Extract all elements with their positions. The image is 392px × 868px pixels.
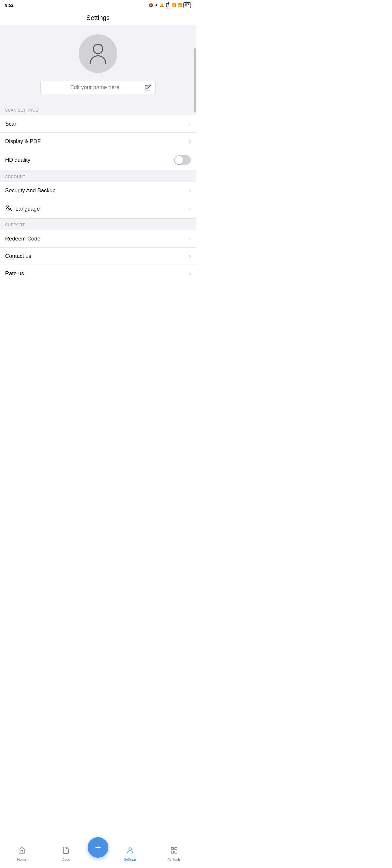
status-time: 9:52 [5, 3, 13, 8]
rate-us-label: Rate us [5, 270, 24, 277]
profile-section [0, 25, 196, 104]
sound-icon: 🔔 [159, 3, 164, 7]
settings-item-contact-us[interactable]: Contact us › [0, 248, 196, 265]
avatar-head [93, 44, 103, 54]
signal-icon: 📶 [177, 3, 182, 7]
scan-label: Scan [5, 121, 18, 127]
settings-item-language[interactable]: Language › [0, 199, 196, 219]
wifi-icon: 📶 [171, 3, 176, 7]
contact-us-item-left: Contact us [5, 253, 31, 259]
settings-item-security-backup[interactable]: Security And Backup › [0, 182, 196, 199]
settings-item-rate-us[interactable]: Rate us › [0, 265, 196, 282]
scan-chevron: › [189, 121, 191, 127]
name-input-container[interactable] [40, 81, 156, 94]
content-wrapper: SCAN SETTINGS Scan › Display & PDF › HD … [0, 25, 196, 308]
security-backup-item-left: Security And Backup [5, 187, 56, 194]
edit-name-button[interactable] [144, 84, 151, 91]
bluetooth-icon: ★ [155, 3, 158, 7]
scan-settings-header: SCAN SETTINGS [5, 108, 38, 113]
language-item-left: Language [5, 205, 40, 213]
battery-indicator: 87 [184, 2, 191, 8]
hd-quality-label: HD quality [5, 157, 30, 163]
section-support: SUPPORT [0, 219, 196, 230]
scan-item-left: Scan [5, 121, 18, 127]
section-account: ACCOUNT [0, 170, 196, 182]
toggle-thumb [175, 156, 183, 164]
settings-item-display-pdf[interactable]: Display & PDF › [0, 133, 196, 150]
avatar[interactable] [79, 34, 117, 73]
settings-content: SCAN SETTINGS Scan › Display & PDF › HD … [0, 104, 196, 282]
status-icons: 🔕 ★ 🔔 24B/s 📶 📶 87 [149, 2, 191, 9]
page-title: Settings [0, 10, 196, 25]
language-chevron: › [189, 206, 191, 212]
notification-icon: 🔕 [149, 3, 153, 7]
contact-us-chevron: › [189, 253, 191, 259]
hd-quality-item-left: HD quality [5, 157, 30, 163]
data-speed: 24B/s [165, 2, 170, 9]
display-pdf-item-left: Display & PDF [5, 138, 41, 145]
redeem-code-chevron: › [189, 235, 191, 242]
language-label: Language [15, 206, 40, 212]
settings-item-hd-quality[interactable]: HD quality [0, 150, 196, 170]
status-bar: 9:52 🔕 ★ 🔔 24B/s 📶 📶 87 [0, 0, 196, 10]
scrollbar[interactable] [194, 48, 196, 113]
settings-item-scan[interactable]: Scan › [0, 116, 196, 133]
section-scan-settings: SCAN SETTINGS [0, 104, 196, 116]
display-pdf-chevron: › [189, 138, 191, 145]
redeem-code-label: Redeem Code [5, 236, 40, 242]
display-pdf-label: Display & PDF [5, 138, 41, 145]
account-header: ACCOUNT [5, 175, 25, 179]
avatar-body [90, 55, 106, 64]
security-backup-label: Security And Backup [5, 187, 56, 194]
pencil-icon [144, 84, 151, 91]
translate-icon [5, 205, 12, 213]
contact-us-label: Contact us [5, 253, 31, 259]
hd-quality-toggle[interactable] [174, 155, 191, 165]
support-header: SUPPORT [5, 223, 25, 227]
settings-item-redeem-code[interactable]: Redeem Code › [0, 230, 196, 248]
name-input[interactable] [45, 84, 144, 91]
rate-us-chevron: › [189, 270, 191, 277]
avatar-icon [90, 44, 106, 64]
security-backup-chevron: › [189, 187, 191, 194]
rate-us-item-left: Rate us [5, 270, 24, 277]
redeem-code-item-left: Redeem Code [5, 236, 40, 242]
